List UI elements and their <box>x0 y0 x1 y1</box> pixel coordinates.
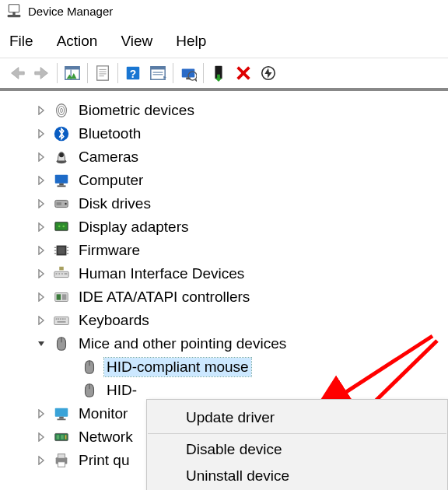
svg-marker-28 <box>264 68 271 79</box>
tree-node-ide[interactable]: IDE ATA/ATAPI controllers <box>5 285 443 309</box>
tree-node-label: Computer <box>76 171 145 190</box>
tree-node-label: HID-compliant mouse <box>104 358 251 376</box>
svg-rect-86 <box>58 418 66 420</box>
svg-rect-94 <box>58 454 65 459</box>
properties-button[interactable] <box>90 61 115 85</box>
svg-point-31 <box>58 107 64 115</box>
svg-point-37 <box>59 152 64 157</box>
svg-marker-38 <box>39 177 44 184</box>
chevron-right-icon[interactable] <box>36 432 47 443</box>
window-title: Device Manager <box>28 5 113 18</box>
chevron-right-icon[interactable] <box>36 315 47 326</box>
menu-file[interactable]: File <box>9 33 33 50</box>
svg-rect-39 <box>55 175 68 184</box>
tree-node-label: IDE ATA/ATAPI controllers <box>76 288 252 306</box>
svg-marker-46 <box>39 223 44 231</box>
svg-rect-85 <box>59 417 64 419</box>
chevron-right-icon[interactable] <box>36 268 47 279</box>
svg-marker-6 <box>67 73 77 79</box>
svg-point-32 <box>61 108 63 113</box>
tree-node-mice[interactable]: Mice and other pointing devices <box>5 332 443 355</box>
monitor-icon <box>53 405 70 422</box>
svg-rect-40 <box>59 184 64 186</box>
tree-node-kbd[interactable]: Keyboards <box>5 309 443 332</box>
svg-rect-90 <box>61 435 64 439</box>
tree-node-label: Firmware <box>76 241 142 260</box>
chevron-right-icon[interactable] <box>36 128 47 139</box>
network-icon <box>53 429 70 446</box>
tree-node-cameras[interactable]: Cameras <box>5 145 443 169</box>
svg-marker-92 <box>39 457 44 464</box>
svg-rect-45 <box>57 202 61 205</box>
forward-button[interactable] <box>30 61 54 85</box>
scan-hardware-button[interactable] <box>176 61 201 85</box>
toolbar-separator <box>87 63 88 83</box>
mouse-icon <box>81 359 98 376</box>
svg-rect-74 <box>58 318 59 320</box>
chevron-right-icon[interactable] <box>36 455 47 466</box>
menu-view[interactable]: View <box>121 33 152 50</box>
tree-node-disk[interactable]: Disk drives <box>5 192 443 215</box>
ide-icon <box>53 289 70 306</box>
svg-rect-7 <box>97 66 109 80</box>
svg-rect-41 <box>58 185 66 187</box>
tree-node-bluetooth[interactable]: Bluetooth <box>5 122 443 145</box>
tree-node-biometric[interactable]: Biometric devices <box>5 99 443 122</box>
svg-rect-89 <box>57 435 60 439</box>
back-button[interactable] <box>5 61 30 85</box>
menu-separator <box>148 433 446 434</box>
svg-rect-78 <box>58 321 66 323</box>
uninstall-button[interactable] <box>231 61 256 85</box>
svg-marker-51 <box>39 247 44 254</box>
tree-node-label: Display adapters <box>76 218 191 236</box>
tree-node-computer[interactable]: Computer <box>5 169 443 192</box>
update-driver-button[interactable] <box>206 61 231 85</box>
svg-rect-75 <box>60 318 61 320</box>
tree-node-label: Cameras <box>76 148 141 166</box>
chevron-down-icon[interactable] <box>36 338 47 349</box>
chevron-right-icon[interactable] <box>36 222 47 233</box>
svg-rect-77 <box>65 318 66 320</box>
svg-rect-72 <box>54 317 68 324</box>
chevron-right-icon[interactable] <box>36 198 47 209</box>
chevron-right-icon[interactable] <box>36 245 47 256</box>
chevron-right-icon[interactable] <box>36 175 47 186</box>
toolbar: ? <box>0 58 448 91</box>
chevron-right-icon[interactable] <box>36 105 47 116</box>
action-button[interactable] <box>145 61 170 85</box>
chevron-right-icon[interactable] <box>36 152 47 163</box>
menu-item-update-driver[interactable]: Update driver <box>147 404 447 431</box>
svg-marker-35 <box>39 153 44 161</box>
tree-node-label: Mice and other pointing devices <box>76 334 289 353</box>
svg-marker-87 <box>39 433 44 441</box>
menu-item-uninstall-device[interactable]: Uninstall device <box>147 463 447 489</box>
show-hide-tree-button[interactable] <box>60 61 85 85</box>
tree-node-hid[interactable]: Human Interface Devices <box>5 262 443 285</box>
printer-icon <box>53 452 70 469</box>
toolbar-separator <box>57 63 58 83</box>
tree-node-label: Disk drives <box>76 194 153 213</box>
svg-text:?: ? <box>130 68 136 80</box>
help-button[interactable]: ? <box>121 61 145 85</box>
tree-node-display[interactable]: Display adapters <box>5 215 443 239</box>
svg-rect-1 <box>12 12 15 15</box>
svg-point-44 <box>65 203 66 205</box>
disable-button[interactable] <box>256 61 281 85</box>
display-icon <box>53 219 70 236</box>
device-manager-icon <box>6 3 22 19</box>
title-bar: Device Manager <box>0 0 448 26</box>
svg-point-50 <box>62 226 65 228</box>
toolbar-separator <box>117 63 118 83</box>
toolbar-separator <box>203 63 204 83</box>
chevron-right-icon[interactable] <box>36 292 47 303</box>
tree-node-hid-mouse-1[interactable]: HID-compliant mouse <box>5 355 443 379</box>
tree-node-label: Network <box>76 428 135 446</box>
menu-item-disable-device[interactable]: Disable device <box>147 436 447 463</box>
svg-rect-4 <box>65 67 79 70</box>
menu-action[interactable]: Action <box>57 33 98 50</box>
menu-help[interactable]: Help <box>176 33 206 50</box>
chevron-right-icon[interactable] <box>36 408 47 419</box>
tree-node-fw[interactable]: Firmware <box>5 239 443 262</box>
svg-marker-79 <box>38 341 44 346</box>
svg-rect-73 <box>56 318 58 320</box>
